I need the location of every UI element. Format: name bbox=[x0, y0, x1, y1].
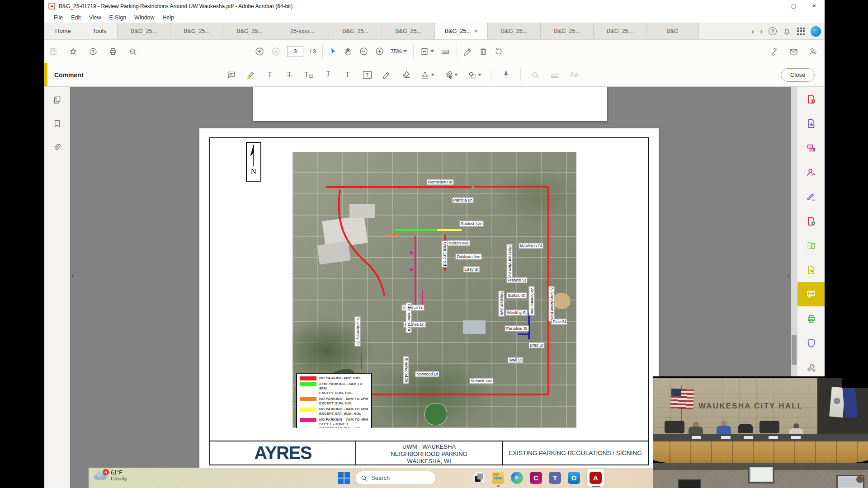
menu-file[interactable]: File bbox=[50, 14, 67, 21]
delete-trash-icon[interactable] bbox=[479, 47, 488, 56]
next-page-icon[interactable] bbox=[271, 47, 281, 56]
taskbar-app-teams[interactable]: T bbox=[549, 472, 561, 484]
ayres-logo: AYRES bbox=[254, 443, 311, 464]
replace-text-icon[interactable]: T bbox=[304, 70, 314, 80]
document-tab[interactable]: B&G_25...× bbox=[434, 23, 487, 39]
help-icon[interactable]: ? bbox=[769, 27, 777, 35]
maximize-button[interactable]: ▢ bbox=[783, 0, 804, 12]
weather-widget[interactable]: 6 61°F Cloudy bbox=[94, 469, 127, 482]
tool-combine-files[interactable] bbox=[797, 258, 825, 282]
taskbar-app-civil-3d[interactable]: C bbox=[530, 472, 542, 484]
select-tool-icon[interactable] bbox=[329, 47, 337, 56]
zoom-out-icon[interactable] bbox=[359, 47, 368, 56]
draw-pencil-icon[interactable] bbox=[382, 70, 392, 80]
taskbar-search[interactable]: Search bbox=[355, 471, 436, 485]
print-icon[interactable] bbox=[108, 47, 118, 56]
zoom-level-dropdown[interactable]: 75% bbox=[391, 48, 407, 55]
add-text-icon[interactable]: T bbox=[343, 70, 353, 80]
menu-window[interactable]: Window bbox=[130, 14, 158, 21]
page-thumbnails-icon[interactable] bbox=[52, 95, 62, 104]
page-number-input[interactable]: 3 bbox=[287, 46, 303, 57]
pin-keep-tool-icon[interactable] bbox=[501, 70, 511, 80]
document-tab[interactable]: B&G_25... bbox=[487, 23, 540, 39]
tool-create-pdf[interactable] bbox=[797, 87, 825, 111]
page-fit-dropdown[interactable] bbox=[420, 47, 434, 56]
share-icon[interactable] bbox=[89, 47, 98, 56]
close-tab-icon[interactable]: × bbox=[474, 28, 478, 34]
taskbar-app-outlook[interactable]: O bbox=[568, 472, 580, 484]
tool-request-e-signatures[interactable] bbox=[797, 160, 825, 184]
close-window-button[interactable]: ✕ bbox=[804, 0, 825, 12]
taskbar-app-desktop[interactable] bbox=[473, 472, 485, 484]
stamp-icon[interactable] bbox=[420, 70, 434, 80]
document-tab[interactable]: B&G_25... bbox=[593, 23, 646, 39]
document-tab-label: B&G bbox=[666, 28, 678, 34]
document-tab[interactable]: B&G_25... bbox=[170, 23, 223, 39]
hand-tool-icon[interactable] bbox=[344, 47, 353, 56]
previous-page-icon[interactable] bbox=[255, 47, 264, 56]
tool-more-tools[interactable] bbox=[797, 355, 825, 380]
tab-scroll-left-icon[interactable]: ‹ bbox=[752, 28, 755, 35]
attachments-paperclip-icon[interactable] bbox=[52, 143, 62, 152]
bookmarks-icon[interactable] bbox=[53, 119, 61, 128]
underline-text-icon[interactable]: T bbox=[265, 70, 275, 80]
street-label: Wall St bbox=[508, 357, 523, 363]
insert-text-icon[interactable]: T^ bbox=[323, 70, 333, 80]
document-tab[interactable]: B&G_25... bbox=[540, 23, 593, 39]
taskbar-app-file-explorer[interactable] bbox=[492, 472, 504, 484]
redo-refresh-icon[interactable] bbox=[494, 47, 503, 56]
attach-file-icon[interactable] bbox=[444, 70, 458, 80]
tool-fill-and-sign[interactable] bbox=[797, 184, 825, 209]
tab-tools[interactable]: Tools bbox=[82, 23, 117, 39]
tool-send-for-comments[interactable] bbox=[797, 209, 825, 233]
document-tab[interactable]: B&G_25... bbox=[329, 23, 382, 39]
menu-view[interactable]: View bbox=[85, 14, 105, 21]
parking-restriction-segment bbox=[326, 186, 471, 188]
tool-edit-pdf[interactable] bbox=[797, 233, 825, 258]
account-avatar[interactable] bbox=[811, 26, 821, 37]
favorites-star-icon[interactable] bbox=[69, 47, 78, 56]
email-icon[interactable] bbox=[789, 47, 798, 56]
tool-comment[interactable] bbox=[797, 282, 825, 306]
menu-e-sign[interactable]: E-Sign bbox=[105, 14, 131, 21]
text-box-icon[interactable]: T bbox=[362, 70, 372, 80]
document-tab[interactable]: B&G_25... bbox=[117, 23, 170, 39]
start-button[interactable] bbox=[338, 472, 350, 484]
menu-help[interactable]: Help bbox=[159, 14, 179, 21]
tool-print-production[interactable] bbox=[797, 306, 825, 331]
eraser-icon[interactable] bbox=[401, 70, 411, 80]
save-icon[interactable] bbox=[49, 47, 58, 56]
notifications-bell-icon[interactable] bbox=[783, 27, 791, 36]
taskbar-app-edge[interactable] bbox=[511, 472, 523, 484]
street-label: Oaklawn Ave bbox=[455, 254, 481, 260]
document-tab[interactable]: 25-xxxx... bbox=[276, 23, 329, 39]
comment-accent-bar bbox=[44, 63, 47, 86]
menu-edit[interactable]: Edit bbox=[67, 14, 85, 21]
tab-scroll-right-icon[interactable]: › bbox=[760, 28, 763, 35]
document-tab[interactable]: B&G bbox=[646, 23, 699, 39]
app-grid-icon[interactable] bbox=[797, 28, 805, 35]
sign-pen-icon[interactable] bbox=[463, 47, 472, 56]
document-tab[interactable]: B&G_25... bbox=[223, 23, 276, 39]
tool-organize-pages[interactable] bbox=[797, 136, 825, 160]
scrollbar-thumb[interactable] bbox=[792, 335, 797, 365]
close-comment-button[interactable]: Close bbox=[781, 68, 815, 82]
tool-protect[interactable] bbox=[797, 331, 825, 355]
drawing-shapes-icon[interactable] bbox=[467, 70, 481, 80]
street-label: Cherrywood Dr bbox=[406, 302, 412, 333]
tool-export-pdf[interactable] bbox=[797, 111, 825, 136]
touch-mode-icon[interactable] bbox=[440, 47, 450, 56]
minimize-button[interactable]: — bbox=[762, 0, 783, 12]
highlighter-icon[interactable] bbox=[245, 70, 255, 80]
tab-home[interactable]: Home bbox=[44, 23, 82, 39]
taskbar-app-acrobat[interactable]: A bbox=[587, 469, 604, 487]
zoom-in-icon[interactable] bbox=[375, 47, 384, 56]
collapse-left-panel-icon[interactable]: ‹ bbox=[71, 271, 74, 279]
profile-signing-icon[interactable] bbox=[808, 47, 817, 56]
collapse-right-panel-icon[interactable]: ‹ bbox=[788, 271, 790, 279]
zoom-search-icon[interactable] bbox=[128, 47, 137, 56]
strikethrough-text-icon[interactable]: T bbox=[284, 70, 294, 80]
document-tab[interactable]: B&G_25... bbox=[382, 23, 434, 39]
sticky-note-icon[interactable] bbox=[226, 70, 236, 80]
link-icon[interactable] bbox=[770, 47, 779, 56]
